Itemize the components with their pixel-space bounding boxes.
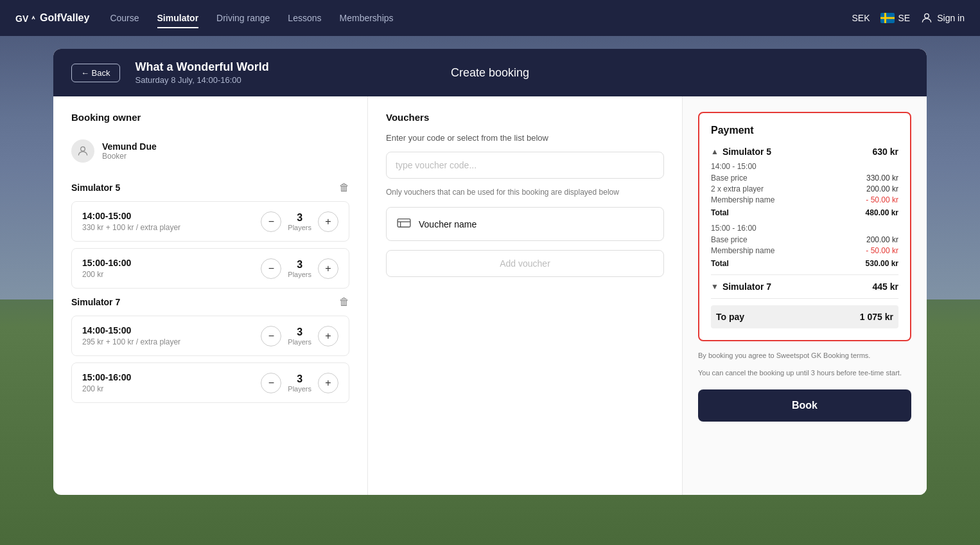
sim7-slot1-increase[interactable]: +	[318, 326, 338, 346]
simulator-section-7: Simulator 7 🗑 14:00-15:00 295 kr + 100 k…	[71, 296, 349, 403]
to-pay-row: To pay 1 075 kr	[711, 305, 898, 328]
sim5-slot1-value: 3 Players	[288, 212, 311, 231]
payment-sim5: ▲ Simulator 5 630 kr 14:00 - 15:00 Base …	[711, 147, 898, 268]
nav-driving-range[interactable]: Driving range	[216, 10, 270, 26]
left-column: Booking owner Vemund Due Booker	[53, 96, 368, 495]
svg-point-4	[925, 13, 929, 18]
simulator-5-delete-icon[interactable]: 🗑	[339, 182, 349, 193]
modal-body: Booking owner Vemund Due Booker	[53, 96, 927, 495]
region-selector[interactable]: SE	[880, 13, 911, 23]
chevron-down-icon: ▼	[711, 282, 719, 291]
middle-column: Vouchers Enter your code or select from …	[368, 96, 683, 495]
payment-sim5-name: ▲ Simulator 5	[711, 147, 771, 157]
owner-info: Vemund Due Booker	[102, 141, 157, 161]
nav-course[interactable]: Course	[110, 10, 139, 26]
payment-sim7-row: ▼ Simulator 7 445 kr	[711, 281, 898, 292]
owner-role: Booker	[102, 152, 157, 161]
sim5-slot2-increase[interactable]: +	[318, 258, 338, 279]
currency-label[interactable]: SEK	[852, 13, 870, 23]
sim7-slot1-value: 3 Players	[288, 326, 311, 346]
modal-card: ← Back What a Wonderful World Saturday 8…	[53, 49, 927, 495]
sim7-slot1-info: 14:00-15:00 295 kr + 100 kr / extra play…	[82, 325, 261, 346]
sim7-slot2-increase[interactable]: +	[318, 373, 338, 393]
page-wrapper: ← Back What a Wonderful World Saturday 8…	[0, 36, 980, 545]
sim5-slot1-increase[interactable]: +	[318, 211, 338, 232]
logo[interactable]: GV GolfValley	[15, 8, 89, 28]
sim7-slot1-label: Players	[288, 338, 311, 346]
sim5-slot1-decrease[interactable]: −	[261, 211, 281, 232]
simulator-5-header: Simulator 5 🗑	[71, 182, 349, 193]
sim7-slot1-time: 14:00-15:00	[82, 325, 261, 335]
sim7-slot2-decrease[interactable]: −	[261, 373, 281, 393]
nav-memberships[interactable]: Memberships	[340, 10, 394, 26]
sim5-slot2-time: 15:00-16:00	[82, 258, 261, 268]
svg-rect-6	[398, 219, 410, 228]
flag-icon	[880, 13, 895, 23]
sim7-slot1-decrease[interactable]: −	[261, 326, 281, 346]
voucher-card-icon	[397, 217, 411, 231]
sim7-slot2-label: Players	[288, 385, 311, 393]
simulator-5-name: Simulator 5	[71, 183, 120, 193]
sim5-slot1-info: 14:00-15:00 330 kr + 100 kr / extra play…	[82, 211, 261, 232]
book-button[interactable]: Book	[698, 389, 911, 422]
voucher-code-input[interactable]	[386, 152, 664, 179]
owner-name: Vemund Due	[102, 141, 157, 152]
svg-point-5	[81, 147, 85, 151]
payment-divider-2	[711, 298, 898, 299]
payment-sim5-membership: Membership name - 50.00 kr	[711, 195, 898, 204]
payment-sim5-row: ▲ Simulator 5 630 kr	[711, 147, 898, 157]
sim7-slot2-num: 3	[288, 373, 311, 385]
sim5-slot1-counter: − 3 Players +	[261, 211, 338, 232]
voucher-card[interactable]: Voucher name	[386, 207, 664, 241]
sim5-slot2-label: Players	[288, 271, 311, 278]
payment-sim7: ▼ Simulator 7 445 kr	[711, 281, 898, 292]
sim7-slot1: 14:00-15:00 295 kr + 100 kr / extra play…	[71, 316, 349, 356]
booking-owner-title: Booking owner	[71, 112, 349, 123]
sim5-slot1-time: 14:00-15:00	[82, 211, 261, 221]
simulator-7-header: Simulator 7 🗑	[71, 296, 349, 308]
nav-lessons[interactable]: Lessons	[288, 10, 321, 26]
payment-sim5-slot2-time: 15:00 - 16:00	[711, 224, 898, 233]
page-title: Create booking	[451, 66, 529, 80]
back-button[interactable]: ← Back	[71, 64, 120, 82]
terms-text-2: You can cancel the booking up until 3 ho…	[698, 368, 911, 379]
to-pay-label: To pay	[711, 312, 744, 322]
to-pay-value: 1 075 kr	[860, 312, 898, 322]
sim7-slot2: 15:00-16:00 200 kr − 3 Players +	[71, 362, 349, 403]
booking-owner-card: Vemund Due Booker	[71, 133, 349, 169]
payment-sim5-base: Base price 330.00 kr	[711, 174, 898, 183]
voucher-note: Only vouchers that can be used for this …	[386, 188, 664, 197]
sim5-slot2-decrease[interactable]: −	[261, 258, 281, 279]
nav-simulator[interactable]: Simulator	[157, 10, 199, 26]
nav-right: SEK SE Sign in	[852, 12, 965, 24]
nav-links: Course Simulator Driving range Lessons M…	[110, 10, 831, 26]
sim7-slot2-price: 200 kr	[82, 384, 261, 393]
voucher-name-label: Voucher name	[419, 219, 477, 229]
navbar: GV GolfValley Course Simulator Driving r…	[0, 0, 980, 36]
payment-sim5-slot1-time: 14:00 - 15:00	[711, 162, 898, 171]
payment-sim5-slot2: 15:00 - 16:00 Base price 200.00 kr Membe…	[711, 224, 898, 268]
payment-sim7-name: ▼ Simulator 7	[711, 281, 771, 292]
add-voucher-button[interactable]: Add voucher	[386, 250, 664, 277]
payment-sim5-slot1: 14:00 - 15:00 Base price 330.00 kr 2 x e…	[711, 162, 898, 217]
sim5-slot2-price: 200 kr	[82, 270, 261, 279]
sim5-slot2-value: 3 Players	[288, 259, 311, 278]
sign-in-label: Sign in	[937, 13, 965, 23]
sim5-slot2: 15:00-16:00 200 kr − 3 Players +	[71, 248, 349, 289]
right-column: Payment ▲ Simulator 5 630 kr 14:00	[683, 96, 927, 495]
payment-sim5-extra: 2 x extra player 200.00 kr	[711, 184, 898, 193]
svg-text:GV: GV	[15, 13, 29, 24]
payment-sim5-s2-base: Base price 200.00 kr	[711, 235, 898, 244]
chevron-up-icon: ▲	[711, 147, 719, 156]
payment-sim5-s2-subtotal: Total 530.00 kr	[711, 259, 898, 268]
simulator-7-delete-icon[interactable]: 🗑	[339, 296, 349, 308]
sign-in-button[interactable]: Sign in	[920, 12, 965, 24]
sim5-slot2-info: 15:00-16:00 200 kr	[82, 258, 261, 279]
sim5-slot1-price: 330 kr + 100 kr / extra player	[82, 223, 261, 232]
terms-text-1: By booking you agree to Sweetspot GK Boo…	[698, 350, 911, 361]
payment-sim7-total: 445 kr	[873, 281, 898, 292]
payment-sim5-total: 630 kr	[873, 147, 898, 157]
sim7-slot2-time: 15:00-16:00	[82, 372, 261, 382]
sim7-slot2-counter: − 3 Players +	[261, 373, 338, 393]
sim5-slot2-counter: − 3 Players +	[261, 258, 338, 279]
